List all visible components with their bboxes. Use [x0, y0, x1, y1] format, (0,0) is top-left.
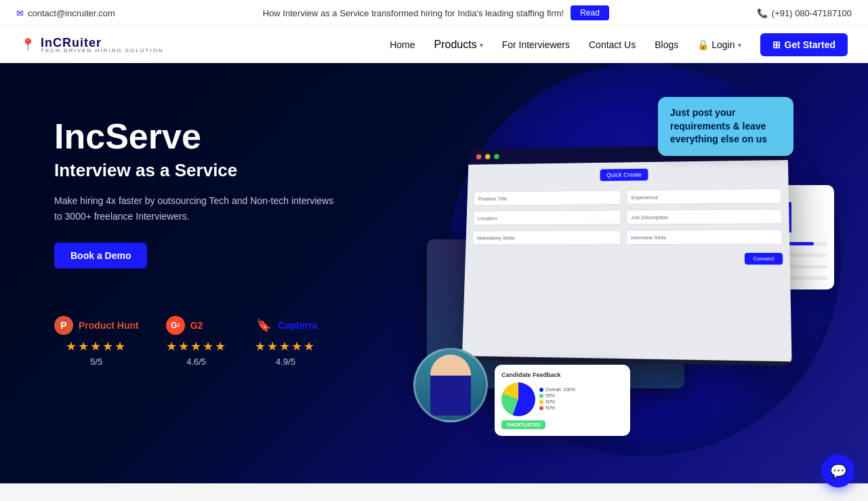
phone-number: 📞 (+91) 080-47187100: [757, 8, 852, 18]
capterra-label: Capterra: [278, 320, 318, 331]
capterra-score: 4.9/5: [254, 357, 318, 367]
rating-g2: G2 G2 ★★★★★ 4.6/5: [166, 316, 227, 367]
rating-capterra: 🔖 Capterra ★★★★★ 4.9/5: [254, 316, 318, 367]
hero-left: IncServe Interview as a Service Make hir…: [54, 104, 407, 367]
bottom-section: We have been featured: [0, 483, 868, 501]
ratings-row: P Product Hunt ★★★★★ 5/5 G2 G2 ★★★★★ 4.6…: [54, 316, 407, 367]
nav-login[interactable]: 🔒 Login ▾: [697, 39, 741, 50]
phone-icon: 📞: [757, 8, 768, 18]
nav-contact[interactable]: Contact Us: [589, 39, 636, 50]
feedback-pie-chart: [501, 382, 535, 416]
location-field: Location: [473, 210, 621, 226]
product-hunt-icon: P: [54, 316, 73, 335]
nav-interviewers[interactable]: For Interviewers: [502, 39, 570, 50]
hero-illustration: Just post your requirements & leave ever…: [407, 104, 814, 456]
logo-icon: 📍: [20, 37, 35, 52]
logo-sub: TECH DRIVEN HIRING SOLUTION: [41, 47, 164, 54]
jd-field: Job Description: [626, 209, 782, 224]
feedback-card: Candidate Feedback Overall: 100% 55% 60%…: [495, 365, 630, 436]
nav-blogs[interactable]: Blogs: [655, 39, 678, 50]
nav-home[interactable]: Home: [390, 39, 415, 50]
product-hunt-score: 5/5: [54, 357, 139, 367]
speech-bubble: Just post your requirements & leave ever…: [658, 97, 793, 156]
main-screen: Quick Create Position Title Experience L…: [462, 144, 792, 365]
announcement-bar: ✉ contact@incruiter.com How Interview as…: [0, 0, 868, 26]
g2-icon: G2: [166, 316, 185, 335]
quick-create-button: Quick Create: [600, 169, 648, 181]
chevron-down-icon: ▾: [738, 41, 741, 49]
hero-description: Make hiring 4x faster by outsourcing Tec…: [54, 193, 339, 224]
nav-products[interactable]: Products ▾: [434, 39, 482, 51]
slots-field: Interview Slots: [626, 229, 783, 245]
read-button[interactable]: Read: [571, 5, 609, 20]
candidate-avatar: [413, 348, 488, 422]
email-icon: ✉: [16, 8, 24, 18]
lock-icon: 🔒: [697, 39, 709, 50]
product-hunt-stars: ★★★★★: [54, 339, 139, 354]
hero-subtitle: Interview as a Service: [54, 160, 407, 181]
navbar: 📍 InCRuiter TECH DRIVEN HIRING SOLUTION …: [0, 26, 868, 63]
chat-icon: 💬: [830, 463, 847, 479]
feedback-title: Candidate Feedback: [501, 372, 623, 378]
position-title-field: Position Title: [474, 190, 621, 205]
skills-field: Mandatory Skills: [472, 230, 621, 245]
experience-field: Experience: [626, 188, 781, 205]
connect-button: Connect: [745, 253, 783, 264]
capterra-icon: 🔖: [254, 316, 273, 335]
announcement-message: How Interview as a Service transformed h…: [263, 5, 609, 20]
g2-label: G2: [190, 320, 203, 331]
cursor-icon: ⊞: [772, 39, 781, 50]
rating-product-hunt: P Product Hunt ★★★★★ 5/5: [54, 316, 139, 367]
hero-section: IncServe Interview as a Service Make hir…: [0, 63, 868, 483]
get-started-button[interactable]: ⊞ Get Started: [760, 33, 848, 56]
shortlisted-badge: SHORTLISTED: [501, 420, 545, 429]
nav-links: Home Products ▾ For Interviewers Contact…: [390, 33, 848, 56]
chat-widget[interactable]: 💬: [822, 455, 854, 487]
logo[interactable]: 📍 InCRuiter TECH DRIVEN HIRING SOLUTION: [20, 36, 164, 54]
g2-stars: ★★★★★: [166, 339, 227, 354]
chevron-down-icon: ▾: [480, 41, 483, 49]
capterra-stars: ★★★★★: [254, 339, 318, 354]
book-demo-button[interactable]: Book a Demo: [54, 243, 147, 268]
product-hunt-label: Product Hunt: [79, 320, 139, 331]
hero-title: IncServe: [54, 117, 407, 156]
candidate-figure: [430, 355, 471, 416]
contact-email: ✉ contact@incruiter.com: [16, 8, 115, 18]
g2-score: 4.6/5: [166, 357, 227, 367]
